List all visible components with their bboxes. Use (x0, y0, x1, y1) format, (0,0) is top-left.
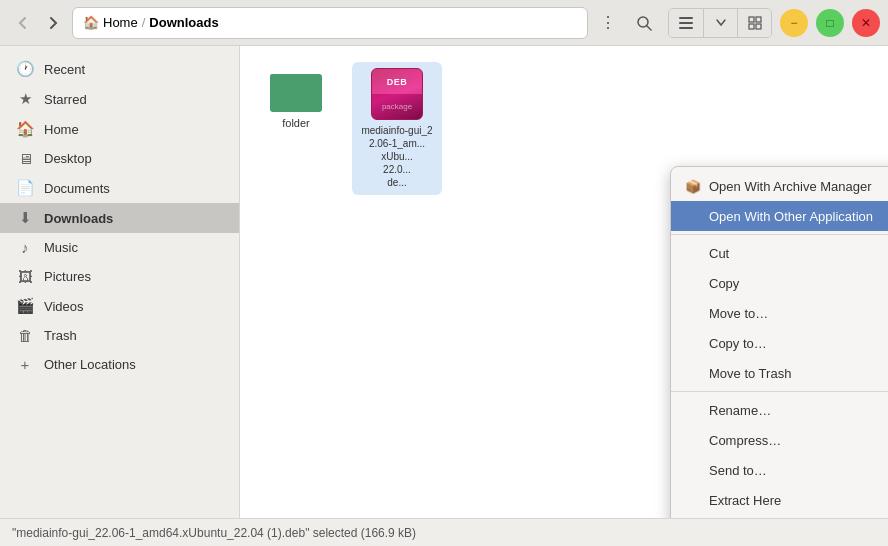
more-options-button[interactable]: ⋮ (592, 8, 624, 38)
sidebar-label-desktop: Desktop (44, 151, 92, 166)
deb-badge-label: DEB (387, 77, 408, 87)
menu-item-label-copy-to: Copy to… (709, 336, 767, 351)
sidebar-item-other-locations[interactable]: + Other Locations (0, 350, 239, 379)
menu-item-left: Move to… (685, 305, 768, 321)
forward-button[interactable] (40, 9, 68, 37)
titlebar: 🏠 Home / Downloads ⋮ (0, 0, 888, 46)
file-area: folder DEB package mediainfo-gui_22.06-1… (240, 46, 888, 518)
open-other-icon (685, 208, 701, 224)
menu-item-open-other[interactable]: Open With Other Application (671, 201, 888, 231)
documents-icon: 📄 (16, 179, 34, 197)
other-locations-icon: + (16, 356, 34, 373)
menu-item-left: Rename… (685, 402, 771, 418)
sidebar-item-trash[interactable]: 🗑 Trash (0, 321, 239, 350)
file-label: folder (282, 116, 310, 130)
list-view-icon (679, 17, 693, 29)
menu-item-label-open-archive: Open With Archive Manager (709, 179, 872, 194)
menu-item-extract-here[interactable]: Extract Here (671, 485, 888, 515)
menu-item-compress[interactable]: Compress… (671, 425, 888, 455)
menu-item-left: Open With Other Application (685, 208, 873, 224)
home-icon: 🏠 (83, 15, 99, 30)
svg-rect-5 (756, 24, 761, 29)
menu-item-label-move-to-trash: Move to Trash (709, 366, 791, 381)
copy-icon (685, 275, 701, 291)
menu-item-send-to[interactable]: Send to… (671, 455, 888, 485)
svg-rect-3 (756, 17, 761, 22)
menu-item-left: Cut (685, 245, 729, 261)
menu-item-label-rename: Rename… (709, 403, 771, 418)
music-icon: ♪ (16, 239, 34, 256)
sidebar-label-recent: Recent (44, 62, 85, 77)
menu-item-left: Copy (685, 275, 739, 291)
maximize-button[interactable]: □ (816, 9, 844, 37)
sidebar-item-recent[interactable]: 🕐 Recent (0, 54, 239, 84)
back-button[interactable] (8, 9, 36, 37)
sidebar-label-other-locations: Other Locations (44, 357, 136, 372)
menu-item-left: Move to Trash (685, 365, 791, 381)
grid-view-icon (748, 16, 762, 30)
sidebar-item-music[interactable]: ♪ Music (0, 233, 239, 262)
search-icon (636, 15, 652, 31)
file-label: mediainfo-gui_22.06-1_am...xUbu...22.0..… (358, 124, 436, 189)
breadcrumb: 🏠 Home / Downloads (72, 7, 588, 39)
sidebar-item-videos[interactable]: 🎬 Videos (0, 291, 239, 321)
menu-item-left: Compress… (685, 432, 781, 448)
sidebar-item-starred[interactable]: ★ Starred (0, 84, 239, 114)
desktop-icon: 🖥 (16, 150, 34, 167)
starred-icon: ★ (16, 90, 34, 108)
downloads-icon: ⬇ (16, 209, 34, 227)
sidebar-label-home: Home (44, 122, 79, 137)
menu-separator (671, 234, 888, 235)
menu-item-rename[interactable]: Rename… F2 (671, 395, 888, 425)
menu-item-label-extract-here: Extract Here (709, 493, 781, 508)
compress-icon (685, 432, 701, 448)
move-to-trash-icon (685, 365, 701, 381)
list-item[interactable]: folder (256, 62, 336, 195)
menu-item-left: Send to… (685, 462, 767, 478)
sidebar: 🕐 Recent ★ Starred 🏠 Home 🖥 Desktop 📄 Do… (0, 46, 240, 518)
menu-item-copy-to[interactable]: Copy to… (671, 328, 888, 358)
svg-rect-2 (749, 17, 754, 22)
move-to-icon (685, 305, 701, 321)
sidebar-label-music: Music (44, 240, 78, 255)
sidebar-label-pictures: Pictures (44, 269, 91, 284)
breadcrumb-separator: / (142, 15, 146, 30)
menu-item-move-to-trash[interactable]: Move to Trash Delete (671, 358, 888, 388)
sidebar-label-starred: Starred (44, 92, 87, 107)
sort-dropdown-button[interactable] (703, 9, 737, 37)
trash-icon: 🗑 (16, 327, 34, 344)
context-menu: 📦 Open With Archive Manager Return Open … (670, 166, 888, 518)
menu-item-left: Extract Here (685, 492, 781, 508)
menu-item-copy[interactable]: Copy Ctrl+C (671, 268, 888, 298)
menu-item-label-copy: Copy (709, 276, 739, 291)
close-icon: ✕ (861, 16, 871, 30)
statusbar: "mediainfo-gui_22.06-1_amd64.xUbuntu_22.… (0, 518, 888, 546)
menu-item-move-to[interactable]: Move to… (671, 298, 888, 328)
list-view-button[interactable] (669, 9, 703, 37)
menu-separator (671, 391, 888, 392)
menu-item-label-send-to: Send to… (709, 463, 767, 478)
menu-item-label-compress: Compress… (709, 433, 781, 448)
minimize-button[interactable]: − (780, 9, 808, 37)
breadcrumb-current: Downloads (149, 15, 218, 30)
menu-item-label-move-to: Move to… (709, 306, 768, 321)
grid-view-button[interactable] (737, 9, 771, 37)
deb-icon: DEB package (371, 68, 423, 120)
list-item[interactable]: DEB package mediainfo-gui_22.06-1_am...x… (352, 62, 442, 195)
copy-to-icon (685, 335, 701, 351)
search-button[interactable] (628, 8, 660, 38)
more-icon: ⋮ (600, 13, 617, 32)
menu-item-label-open-other: Open With Other Application (709, 209, 873, 224)
maximize-icon: □ (826, 16, 833, 30)
menu-item-open-archive[interactable]: 📦 Open With Archive Manager Return (671, 171, 888, 201)
menu-item-left: 📦 Open With Archive Manager (685, 178, 872, 194)
sidebar-item-desktop[interactable]: 🖥 Desktop (0, 144, 239, 173)
view-toggle-group (668, 8, 772, 38)
menu-item-cut[interactable]: Cut Ctrl+X (671, 238, 888, 268)
close-button[interactable]: ✕ (852, 9, 880, 37)
sidebar-label-videos: Videos (44, 299, 84, 314)
sidebar-item-documents[interactable]: 📄 Documents (0, 173, 239, 203)
sidebar-item-home[interactable]: 🏠 Home (0, 114, 239, 144)
sidebar-item-pictures[interactable]: 🖼 Pictures (0, 262, 239, 291)
sidebar-item-downloads[interactable]: ⬇ Downloads (0, 203, 239, 233)
